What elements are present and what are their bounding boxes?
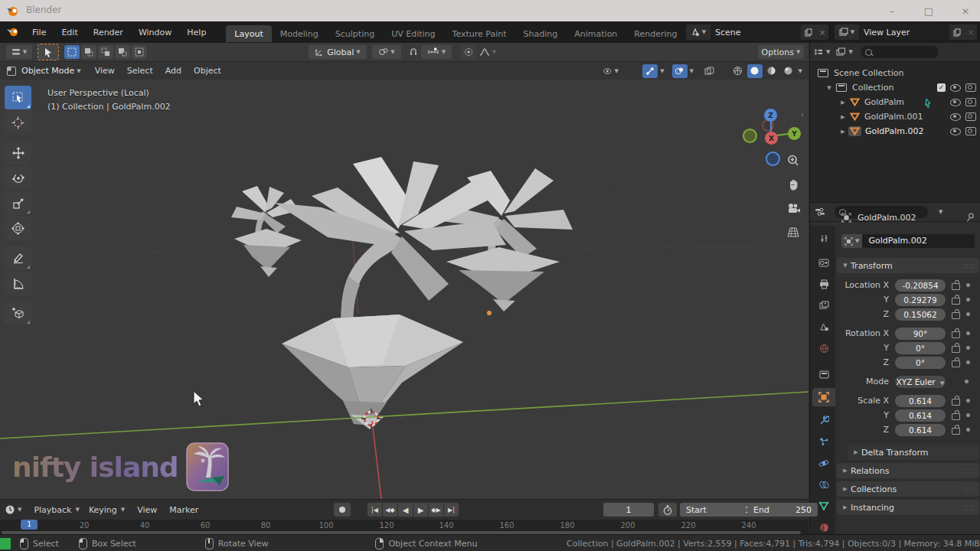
- rotation-z-field[interactable]: 0°: [895, 357, 946, 369]
- workspace-tab-animation[interactable]: Animation: [566, 25, 626, 42]
- tab-scene[interactable]: [812, 318, 835, 336]
- gizmo-z-negative[interactable]: [766, 152, 780, 166]
- tab-output[interactable]: [812, 275, 835, 293]
- view-layer-browse-button[interactable]: ▼: [835, 24, 859, 40]
- viewport-menu-object[interactable]: Object: [188, 66, 227, 76]
- collection-checkbox[interactable]: ✓: [937, 83, 946, 92]
- outliner-row-scene-collection[interactable]: Scene Collection: [810, 66, 980, 80]
- proportional-editing-toggle[interactable]: [461, 45, 476, 59]
- select-mode-box[interactable]: [81, 45, 96, 59]
- active-tool-button[interactable]: [38, 44, 58, 60]
- object-name-input[interactable]: GoldPalm.002: [862, 234, 975, 248]
- palm-tree-goldpalm[interactable]: [231, 186, 302, 277]
- viewport-menu-add[interactable]: Add: [159, 66, 188, 76]
- close-button[interactable]: ×: [954, 3, 977, 18]
- tool-transform[interactable]: [5, 217, 31, 240]
- properties-editor-icon[interactable]: [815, 207, 825, 217]
- tool-cursor[interactable]: [5, 111, 31, 135]
- lock-icon[interactable]: [952, 413, 960, 420]
- lock-icon[interactable]: [952, 399, 960, 406]
- options-dropdown[interactable]: Options ▼: [758, 45, 804, 59]
- use-preview-range-button[interactable]: [658, 503, 677, 517]
- keying-menu[interactable]: Keying▼: [83, 505, 125, 515]
- material-shading-button[interactable]: [764, 64, 779, 78]
- goldpalm-expand-arrow[interactable]: ▶: [839, 99, 847, 106]
- tab-world[interactable]: [812, 339, 835, 357]
- show-overlays-toggle[interactable]: [672, 64, 688, 78]
- transform-panel-header[interactable]: ▼ Transform ::::: [837, 258, 979, 273]
- gizmo-y-negative[interactable]: [743, 129, 757, 143]
- workspace-tab-uv-editing[interactable]: UV Editing: [383, 25, 443, 42]
- viewport-menu-select[interactable]: Select: [121, 66, 159, 76]
- animate-dot[interactable]: [966, 399, 970, 403]
- playhead-current-frame[interactable]: 1: [21, 520, 38, 530]
- new-view-layer-button[interactable]: [949, 24, 965, 40]
- timeline-view-menu[interactable]: View: [131, 505, 163, 515]
- tool-move[interactable]: [5, 141, 31, 165]
- animate-dot[interactable]: [966, 312, 970, 316]
- goldpalm-001-expand-arrow[interactable]: ▶: [839, 114, 847, 120]
- blender-menu-icon[interactable]: [6, 27, 20, 37]
- scene-browse-button[interactable]: ▼: [686, 24, 710, 40]
- goldpalm-002-visibility-eye-icon[interactable]: [950, 128, 961, 135]
- playback-menu[interactable]: Playback▼: [28, 505, 79, 515]
- menu-edit[interactable]: Edit: [54, 21, 85, 43]
- menu-render[interactable]: Render: [86, 21, 131, 43]
- tool-select-box[interactable]: [5, 86, 31, 109]
- scale-x-field[interactable]: 0.614: [895, 395, 946, 407]
- tool-rotate[interactable]: [5, 166, 31, 190]
- proportional-falloff-dropdown[interactable]: ▼: [476, 45, 499, 59]
- animate-dot[interactable]: [966, 360, 970, 364]
- timeline-marker-menu[interactable]: Marker: [163, 505, 204, 515]
- wireframe-shading-button[interactable]: [730, 64, 746, 78]
- workspace-tab-rendering[interactable]: Rendering: [626, 25, 685, 42]
- outliner-row-goldpalm-002[interactable]: ▶ GoldPalm.002: [810, 124, 980, 139]
- select-mode-tweak[interactable]: [64, 45, 80, 59]
- jump-to-end-button[interactable]: ▶|: [444, 503, 459, 517]
- animate-dot[interactable]: [966, 428, 970, 432]
- gizmo-x-positive[interactable]: X: [765, 132, 778, 145]
- relations-panel[interactable]: ▶Relations::::: [837, 463, 979, 478]
- goldpalm-render-camera-icon[interactable]: [965, 98, 976, 106]
- viewport-3d[interactable]: User Perspective (Local) (1) Collection …: [0, 80, 808, 499]
- tab-object[interactable]: [812, 388, 835, 406]
- workspace-tab-texture-paint[interactable]: Texture Paint: [444, 25, 515, 42]
- jump-to-start-button[interactable]: |◀: [368, 503, 382, 517]
- goldpalm-001-render-camera-icon[interactable]: [965, 112, 976, 121]
- menu-window[interactable]: Window: [131, 21, 179, 43]
- play-reverse-button[interactable]: ◀: [398, 503, 413, 517]
- menu-file[interactable]: File: [24, 21, 54, 43]
- lock-icon[interactable]: [952, 331, 960, 338]
- panel-drag-dots[interactable]: ::::: [963, 262, 975, 269]
- end-frame-field[interactable]: End 250: [747, 503, 818, 517]
- previous-keyframe-button[interactable]: ◀◆: [383, 503, 397, 517]
- goldpalm-visibility-eye-icon[interactable]: [950, 99, 961, 106]
- editor-type-selector[interactable]: ▼: [6, 45, 32, 59]
- tool-add-primitive[interactable]: [5, 302, 31, 325]
- workspace-tab-sculpting[interactable]: Sculpting: [327, 25, 383, 42]
- current-frame-field[interactable]: 1: [603, 503, 654, 517]
- rotation-mode-dropdown[interactable]: XYZ Euler ▼: [895, 376, 946, 388]
- workspace-tab-modeling[interactable]: Modeling: [272, 25, 327, 42]
- mode-dropdown[interactable]: Object Mode ▼: [21, 66, 81, 76]
- location-z-field[interactable]: 0.15062: [895, 308, 946, 321]
- collection-render-camera-icon[interactable]: [965, 83, 976, 92]
- pin-icon[interactable]: [966, 213, 975, 223]
- collection-visibility-eye-icon[interactable]: [950, 84, 961, 92]
- rotation-x-field[interactable]: 90°: [895, 328, 946, 340]
- delta-transform-panel[interactable]: ▶Delta Transform: [848, 445, 979, 460]
- snap-target-dropdown[interactable]: ▼: [421, 45, 452, 59]
- transform-orientation-dropdown[interactable]: Global ▼: [309, 45, 367, 59]
- tool-annotate[interactable]: [5, 246, 31, 270]
- goldpalm-002-render-camera-icon[interactable]: [965, 127, 976, 135]
- sidebar-collapse-arrow[interactable]: ‹: [801, 110, 804, 119]
- pivot-point-dropdown[interactable]: ▼: [372, 45, 401, 59]
- lock-icon[interactable]: [952, 312, 960, 319]
- animate-dot[interactable]: [965, 380, 969, 383]
- object-id-browse-button[interactable]: ▼: [841, 234, 862, 248]
- new-scene-button[interactable]: [801, 24, 816, 40]
- show-gizmo-toggle[interactable]: [642, 64, 658, 78]
- select-mode-intersect[interactable]: [132, 45, 147, 59]
- view-layer-name-field[interactable]: View Layer: [859, 24, 949, 40]
- outliner-search-input[interactable]: [861, 46, 939, 58]
